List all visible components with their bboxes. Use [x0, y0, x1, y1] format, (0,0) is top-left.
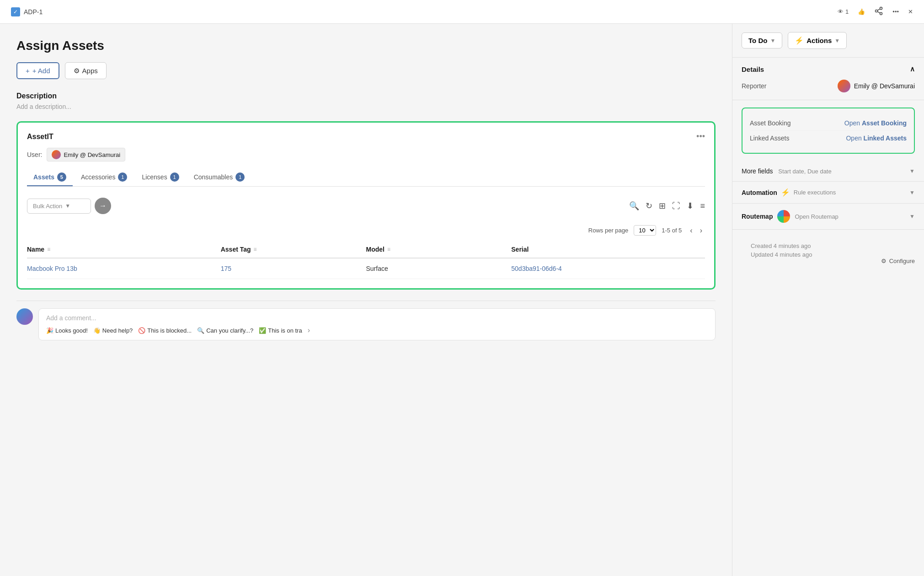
ellipsis-icon: •••	[892, 8, 899, 15]
asset-booking-link[interactable]: Open Asset Booking	[844, 119, 907, 127]
routemap-label: Routemap	[742, 213, 773, 220]
share-icon	[874, 6, 883, 17]
comment-avatar	[16, 308, 33, 325]
col-model: Model ≡	[366, 246, 512, 253]
quick-reply-0-text: Looks good!	[55, 327, 88, 334]
fullscreen-icon[interactable]: ⛶	[672, 201, 680, 211]
automation-lightning-icon: ⚡	[781, 188, 790, 197]
like-button[interactable]: 👍	[858, 8, 865, 15]
routemap-left: Routemap Open Routemap	[742, 210, 839, 223]
top-bar-left: ADP-1	[11, 7, 43, 16]
more-fields-label: More fields Start date, Due date	[742, 167, 832, 175]
apps-button[interactable]: ⚙ Apps	[65, 62, 107, 79]
action-buttons: + + Add ⚙ Apps	[16, 62, 716, 79]
comment-placeholder[interactable]: Add a comment...	[46, 314, 708, 322]
quick-reply-2[interactable]: 🚫 This is blocked...	[138, 327, 192, 334]
app-card-menu[interactable]: •••	[696, 132, 705, 141]
app-container: ADP-1 👁 1 👍 ••• ✕	[0, 0, 924, 576]
thumbs-up-icon: 👍	[858, 8, 865, 15]
tab-licenses[interactable]: Licenses 1	[135, 169, 185, 186]
rows-per-page-select[interactable]: 10 25 50	[634, 225, 656, 236]
rule-exec-label: Rule executions	[794, 189, 836, 196]
grid-view-icon[interactable]: ⊞	[659, 201, 666, 211]
reporter-name: Emily @ DevSamurai	[854, 82, 915, 90]
col-asset-tag-sort-icon[interactable]: ≡	[254, 246, 257, 253]
quick-reply-0[interactable]: 🎉 Looks good!	[46, 327, 88, 334]
cell-asset-tag[interactable]: 175	[221, 265, 366, 272]
quick-reply-0-emoji: 🎉	[46, 327, 53, 334]
filter-icon[interactable]: ≡	[700, 201, 705, 211]
ticket-id: ADP-1	[24, 8, 43, 16]
details-label: Details	[742, 65, 764, 73]
more-fields-chevron-icon: ▼	[909, 168, 915, 174]
main-content: Assign Assets + + Add ⚙ Apps Description…	[0, 24, 924, 576]
quick-reply-1-emoji: 👋	[93, 327, 101, 334]
bulk-action-select[interactable]: Bulk Action ▼	[27, 199, 91, 214]
col-name: Name ≡	[27, 246, 221, 253]
app-card-title: AssetIT	[27, 133, 53, 141]
app-card: AssetIT ••• User: Emily @ DevSamurai Ass…	[16, 121, 716, 290]
eye-icon: 👁	[838, 8, 844, 15]
share-button[interactable]	[874, 6, 883, 17]
linked-assets-row: Linked Assets Open Linked Assets	[750, 130, 907, 145]
download-icon[interactable]: ⬇	[687, 201, 694, 211]
more-replies-arrow[interactable]: ›	[308, 326, 310, 334]
search-icon[interactable]: 🔍	[629, 201, 639, 211]
viewers-button[interactable]: 👁 1	[838, 8, 849, 15]
pagination-info: 1-5 of 5	[662, 227, 682, 234]
tab-accessories[interactable]: Accessories 1	[75, 169, 134, 186]
reporter-label: Reporter	[742, 82, 766, 90]
automation-label: Automation	[742, 189, 777, 196]
rows-per-page-label: Rows per page	[588, 227, 628, 234]
tab-consumables-label: Consumables	[194, 173, 233, 181]
pagination-row: Rows per page 10 25 50 1-5 of 5 ‹ ›	[27, 225, 705, 236]
linked-assets-link-bold: Linked Assets	[864, 135, 907, 142]
right-panel: To Do ▼ ⚡ Actions ▼ Details ∧ Reporter	[732, 24, 924, 576]
tab-assets[interactable]: Assets 5	[27, 169, 73, 186]
reporter-row: Reporter Emily @ DevSamurai	[742, 80, 915, 92]
right-header: To Do ▼ ⚡ Actions ▼	[732, 24, 924, 58]
col-model-sort-icon[interactable]: ≡	[387, 246, 390, 253]
actions-chevron-icon: ▼	[834, 38, 840, 44]
quick-reply-4-emoji: ✅	[259, 327, 266, 334]
quick-replies: 🎉 Looks good! 👋 Need help? 🚫 This is blo…	[46, 326, 708, 334]
prev-page-button[interactable]: ‹	[687, 226, 695, 236]
automation-section[interactable]: Automation ⚡ Rule executions ▼	[732, 182, 924, 204]
bulk-go-button[interactable]: →	[95, 198, 111, 214]
comment-input-box: Add a comment... 🎉 Looks good! 👋 Need he…	[38, 308, 716, 340]
next-page-button[interactable]: ›	[697, 226, 705, 236]
app-card-header: AssetIT •••	[27, 132, 705, 141]
more-fields-section[interactable]: More fields Start date, Due date ▼	[732, 161, 924, 182]
actions-button[interactable]: ⚡ Actions ▼	[788, 32, 847, 49]
col-name-sort-icon[interactable]: ≡	[47, 246, 50, 253]
cell-name[interactable]: Macbook Pro 13b	[27, 265, 221, 272]
tab-assets-badge: 5	[57, 172, 66, 182]
linked-assets-link[interactable]: Open Linked Assets	[846, 135, 907, 142]
linked-assets-label: Linked Assets	[750, 135, 789, 142]
col-name-label: Name	[27, 246, 44, 253]
svg-point-0	[880, 7, 882, 10]
description-placeholder[interactable]: Add a description...	[16, 103, 716, 110]
cell-serial[interactable]: 50d3ba91-06d6-4	[511, 265, 705, 272]
page-title: Assign Assets	[16, 38, 716, 53]
close-icon: ✕	[908, 8, 913, 15]
todo-button[interactable]: To Do ▼	[742, 32, 782, 48]
quick-reply-3[interactable]: 🔍 Can you clarify...?	[197, 327, 253, 334]
tab-consumables[interactable]: Consumables 1	[187, 169, 251, 186]
quick-reply-1[interactable]: 👋 Need help?	[93, 327, 133, 334]
svg-line-3	[878, 11, 881, 13]
routemap-link[interactable]: Open Routemap	[795, 213, 838, 220]
details-section: Details ∧ Reporter Emily @ DevSamurai	[732, 58, 924, 100]
refresh-icon[interactable]: ↻	[646, 201, 652, 211]
details-header[interactable]: Details ∧	[742, 65, 915, 73]
configure-button[interactable]: ⚙ Configure	[881, 258, 915, 264]
add-button[interactable]: + + Add	[16, 62, 59, 79]
reporter-avatar	[838, 80, 850, 92]
quick-reply-4[interactable]: ✅ This is on tra	[259, 327, 302, 334]
svg-point-1	[876, 10, 878, 12]
more-options-button[interactable]: •••	[892, 8, 899, 15]
tab-consumables-badge: 1	[235, 172, 245, 182]
col-serial-label: Serial	[511, 246, 529, 253]
routemap-section[interactable]: Routemap Open Routemap ▼	[732, 204, 924, 230]
close-button[interactable]: ✕	[908, 8, 913, 15]
